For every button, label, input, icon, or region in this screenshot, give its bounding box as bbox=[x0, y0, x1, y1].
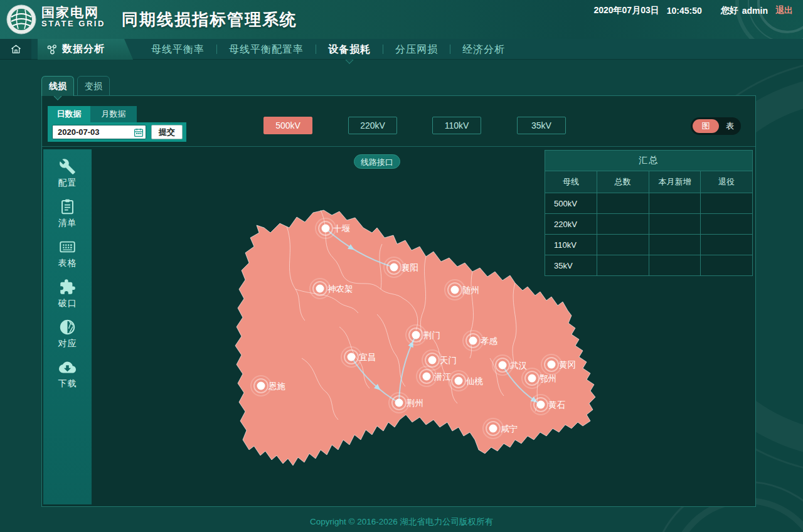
city-label: 荆门 bbox=[423, 331, 440, 340]
brand-block: 国家电网 STATE GRID bbox=[41, 6, 105, 28]
sidebar-item-label: 下载 bbox=[43, 378, 92, 390]
controls-row: 日数据 月数据 提交 500kV220kV110kV35kV 图 表 bbox=[42, 96, 755, 147]
table-icon bbox=[59, 238, 76, 255]
view-toggle-chart[interactable]: 图 bbox=[693, 119, 719, 133]
view-toggle[interactable]: 图 表 bbox=[691, 117, 741, 135]
sidebar-item-2[interactable]: 表格 bbox=[43, 238, 92, 270]
greeting: 您好 bbox=[721, 5, 738, 16]
tab-line-loss[interactable]: 线损 bbox=[41, 76, 74, 96]
nav-item-3[interactable]: 分压网损 bbox=[383, 39, 450, 60]
city-label: 黄石 bbox=[548, 400, 566, 410]
period-tab-monthly[interactable]: 月数据 bbox=[90, 106, 137, 122]
date-input[interactable] bbox=[52, 125, 146, 139]
sidebar-item-1[interactable]: 清单 bbox=[43, 198, 92, 230]
sidebar-item-4[interactable]: 对应 bbox=[43, 319, 92, 350]
cloud-download-icon bbox=[59, 359, 76, 376]
tab-transformer-loss[interactable]: 变损 bbox=[77, 76, 110, 96]
marker-core bbox=[537, 401, 545, 409]
voltage-button-500kV[interactable]: 500kV bbox=[263, 117, 312, 134]
nav-item-0[interactable]: 母线平衡率 bbox=[139, 39, 216, 60]
city-label: 神农架 bbox=[327, 284, 353, 294]
content-panel: 日数据 月数据 提交 500kV220kV110kV35kV 图 表 配置清单表… bbox=[41, 95, 756, 507]
sidebar-item-0[interactable]: 配置 bbox=[43, 158, 92, 189]
nav-menu: 母线平衡率母线平衡配置率设备损耗分压网损经济分析 bbox=[139, 39, 517, 60]
summary-cell: 110kV bbox=[545, 235, 597, 255]
summary-col-1: 总数 bbox=[597, 171, 649, 193]
tab-line-loss-label: 线损 bbox=[49, 81, 66, 91]
voltage-button-35kV[interactable]: 35kV bbox=[517, 117, 566, 134]
line-interface-button[interactable]: 线路接口 bbox=[354, 154, 400, 169]
city-label: 十堰 bbox=[333, 224, 351, 233]
voltage-button-110kV[interactable]: 110kV bbox=[432, 117, 481, 134]
marker-core bbox=[469, 337, 477, 345]
city-label: 黄冈 bbox=[559, 360, 576, 370]
sidebar-item-label: 破口 bbox=[43, 298, 92, 309]
marker-core bbox=[395, 399, 403, 407]
marker-core bbox=[390, 263, 398, 272]
marker-core bbox=[499, 361, 507, 370]
summary-cell bbox=[649, 255, 701, 276]
sidebar-item-label: 对应 bbox=[43, 338, 92, 349]
city-label: 随州 bbox=[462, 285, 479, 295]
summary-cell bbox=[701, 255, 753, 276]
nav-item-2[interactable]: 设备损耗 bbox=[316, 39, 383, 60]
summary-col-3: 退役 bbox=[701, 171, 753, 193]
logout-button[interactable]: 退出 bbox=[775, 5, 793, 16]
marker-core bbox=[528, 375, 536, 383]
summary-cell bbox=[701, 235, 753, 255]
marker-core bbox=[455, 377, 463, 385]
sidebar-item-label: 配置 bbox=[43, 178, 92, 189]
app-header: 国家电网 STATE GRID 同期线损指标管理系统 2020年07月03日 1… bbox=[0, 0, 803, 39]
summary-col-0: 母线 bbox=[545, 171, 597, 193]
footer-copyright: Copyright © 2016-2026 湖北省电力公司版权所有 bbox=[0, 512, 803, 532]
brand-cn: 国家电网 bbox=[41, 6, 105, 19]
city-label: 鄂州 bbox=[540, 374, 556, 383]
sidebar-item-label: 表格 bbox=[43, 258, 92, 269]
summary-row-1: 220kV bbox=[545, 214, 753, 235]
current-date: 2020年07月03日 bbox=[593, 5, 659, 16]
clipboard-icon bbox=[59, 198, 76, 215]
username: admin bbox=[742, 6, 768, 16]
summary-row-0: 500kV bbox=[545, 193, 753, 214]
summary-cell bbox=[649, 214, 701, 235]
voltage-button-220kV[interactable]: 220kV bbox=[348, 117, 397, 134]
city-label: 襄阳 bbox=[402, 263, 418, 272]
marker-core bbox=[412, 331, 420, 339]
nav-active-caret bbox=[346, 56, 354, 64]
summary-col-2: 本月新增 bbox=[649, 171, 701, 193]
city-label: 荆州 bbox=[407, 398, 423, 408]
home-icon bbox=[10, 43, 22, 55]
current-time: 10:45:50 bbox=[667, 6, 702, 16]
city-label: 宜昌 bbox=[359, 353, 376, 362]
marker-core bbox=[257, 382, 265, 390]
sidebar-item-3[interactable]: 破口 bbox=[43, 279, 92, 310]
summary-cell bbox=[649, 235, 701, 255]
sidebar-item-5[interactable]: 下载 bbox=[43, 359, 92, 390]
summary-cell bbox=[701, 193, 753, 214]
wrench-icon bbox=[59, 158, 76, 175]
summary-cell bbox=[649, 193, 701, 214]
summary-cell: 35kV bbox=[545, 255, 597, 276]
home-button[interactable] bbox=[0, 39, 31, 60]
page-title: 同期线损指标管理系统 bbox=[122, 0, 297, 39]
submit-button[interactable]: 提交 bbox=[151, 125, 183, 139]
nav-item-1[interactable]: 母线平衡配置率 bbox=[217, 39, 316, 60]
state-grid-logo bbox=[6, 4, 36, 35]
marker-core bbox=[489, 425, 497, 433]
marker-core bbox=[548, 361, 556, 369]
summary-cell bbox=[597, 214, 649, 235]
view-toggle-table[interactable]: 表 bbox=[726, 117, 734, 135]
main-navbar: 数据分析 母线平衡率母线平衡配置率设备损耗分压网损经济分析 bbox=[0, 39, 803, 60]
nav-section-data-analysis[interactable]: 数据分析 bbox=[38, 39, 133, 60]
summary-cell bbox=[597, 255, 649, 276]
city-label: 恩施 bbox=[269, 381, 286, 391]
nav-item-4[interactable]: 经济分析 bbox=[450, 39, 517, 60]
city-label: 咸宁 bbox=[501, 424, 518, 434]
city-label: 孝感 bbox=[481, 336, 498, 346]
summary-cell bbox=[701, 214, 753, 235]
summary-row-2: 110kV bbox=[545, 235, 753, 255]
marker-core bbox=[316, 285, 324, 293]
period-tab-daily[interactable]: 日数据 bbox=[48, 106, 90, 122]
data-analysis-icon bbox=[46, 44, 58, 55]
summary-cell: 220kV bbox=[545, 214, 597, 235]
